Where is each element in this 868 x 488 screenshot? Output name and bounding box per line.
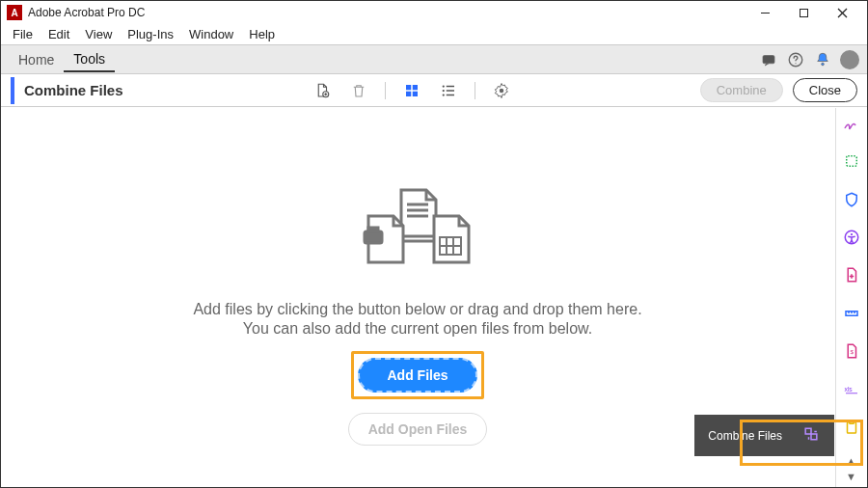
tab-strip: Home Tools <box>1 45 867 74</box>
svg-point-6 <box>795 63 796 64</box>
clipboard-icon[interactable] <box>840 417 863 439</box>
svg-rect-14 <box>412 91 417 95</box>
tab-tools[interactable]: Tools <box>64 47 115 72</box>
combine-icon <box>801 424 821 447</box>
notifications-icon[interactable] <box>755 46 782 73</box>
rail-scroll-up[interactable]: ▲ <box>842 454 861 468</box>
svg-point-17 <box>442 89 444 91</box>
svg-point-15 <box>442 85 444 87</box>
svg-rect-25 <box>365 231 382 243</box>
svg-rect-13 <box>406 91 411 95</box>
minimize-button[interactable] <box>746 1 784 24</box>
trash-icon[interactable] <box>344 76 373 105</box>
svg-rect-1 <box>800 9 807 16</box>
maximize-button[interactable] <box>784 1 823 24</box>
invoice-icon[interactable]: $ <box>840 340 863 363</box>
svg-point-21 <box>499 88 503 93</box>
app-icon: A <box>7 5 22 20</box>
menu-window[interactable]: Window <box>181 25 241 43</box>
rail-scroll-down[interactable]: ▼ <box>842 470 861 483</box>
tab-home[interactable]: Home <box>9 48 64 71</box>
tool-indicator <box>11 77 14 104</box>
svg-point-7 <box>822 63 825 66</box>
menu-file[interactable]: File <box>5 25 41 43</box>
stamp-icon[interactable] <box>840 149 863 172</box>
svg-point-34 <box>850 233 852 235</box>
hint-line-2: You can also add the current open files … <box>243 320 592 338</box>
svg-point-19 <box>442 94 444 95</box>
tool-title: Combine Files <box>24 82 123 98</box>
svg-text:xls: xls <box>844 385 853 392</box>
window-title: Adobe Acrobat Pro DC <box>28 6 746 19</box>
list-view-icon[interactable] <box>434 76 463 105</box>
menu-edit[interactable]: Edit <box>41 25 77 43</box>
profile-avatar[interactable] <box>840 50 859 69</box>
measure-icon[interactable] <box>840 302 863 324</box>
svg-rect-32 <box>846 156 856 167</box>
combine-button[interactable]: Combine <box>700 78 783 102</box>
grid-view-icon[interactable] <box>397 76 426 105</box>
files-illustration-icon <box>345 176 490 282</box>
menu-help[interactable]: Help <box>241 25 283 43</box>
add-files-button[interactable]: Add Files <box>358 358 476 393</box>
add-file-icon[interactable] <box>308 76 337 105</box>
menu-bar: File Edit View Plug-Ins Window Help <box>1 24 867 45</box>
tooltip-label: Combine Files <box>708 429 782 443</box>
menu-view[interactable]: View <box>77 25 120 43</box>
accessibility-icon[interactable] <box>840 226 863 248</box>
help-icon[interactable] <box>782 46 809 73</box>
hint-line-1: Add files by clicking the button below o… <box>193 301 641 318</box>
close-window-button[interactable] <box>823 1 861 24</box>
combine-toolbar: Combine Files Combine Close <box>1 74 867 107</box>
close-tool-button[interactable]: Close <box>793 78 857 102</box>
svg-rect-12 <box>412 85 417 90</box>
shield-icon[interactable] <box>840 188 863 210</box>
svg-rect-26 <box>368 228 378 231</box>
svg-text:$: $ <box>850 349 854 355</box>
menu-plugins[interactable]: Plug-Ins <box>120 25 181 43</box>
title-bar: A Adobe Acrobat Pro DC <box>1 1 867 24</box>
file-plus-icon[interactable] <box>840 264 863 286</box>
signature-icon[interactable] <box>840 112 863 134</box>
svg-rect-11 <box>406 85 411 90</box>
tool-rail: $ xls ▲ ▼ <box>835 108 866 487</box>
add-open-files-button[interactable]: Add Open Files <box>348 413 488 446</box>
bell-icon[interactable] <box>809 46 836 73</box>
settings-icon[interactable] <box>487 76 516 105</box>
combine-files-tooltip: Combine Files <box>694 415 834 456</box>
svg-rect-4 <box>763 55 774 63</box>
tag-xls-icon[interactable]: xls <box>840 378 863 400</box>
highlight-add-files: Add Files <box>351 351 483 399</box>
